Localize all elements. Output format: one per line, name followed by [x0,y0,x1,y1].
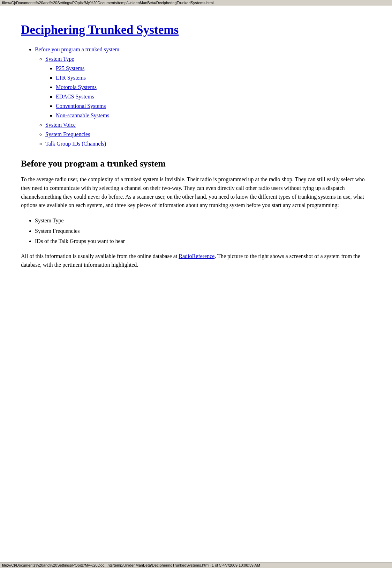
table-of-contents: Before you program a trunked system Syst… [28,45,371,148]
list-item: Motorola Systems [56,83,371,91]
key-items-list: System Type System Frequencies IDs of th… [35,216,371,246]
radioreference-link[interactable]: RadioReference [179,253,214,259]
section-paragraph-2: All of this information is usually avail… [21,252,371,270]
list-item: Talk Group IDs (Channels) [45,140,371,148]
list-item: Conventional Systems [56,102,371,110]
toc-link-before[interactable]: Before you program a trunked system [35,46,119,52]
toc-link-conventional[interactable]: Conventional Systems [56,103,106,109]
toc-link-p25[interactable]: P25 Systems [56,65,84,71]
toc-level1: Before you program a trunked system Syst… [35,45,371,148]
list-item: P25 Systems [56,64,371,73]
toc-link-talkgroups[interactable]: Talk Group IDs (Channels) [45,141,106,147]
toc-link-frequencies[interactable]: System Frequencies [45,131,90,137]
paragraph2-prefix: All of this information is usually avail… [21,253,179,259]
section-before: Before you program a trunked system To t… [21,158,371,270]
toc-link-systemtype[interactable]: System Type [45,56,74,62]
list-item: System Voice [45,121,371,129]
toc-level2: System Type P25 Systems LTR Systems Moto… [45,55,371,148]
list-item: System Type [35,216,371,225]
list-item: System Frequencies [45,130,371,139]
section-heading-before: Before you program a trunked system [21,158,371,169]
list-item: Non-scannable Systems [56,111,371,120]
content-area: Deciphering Trunked Systems Before you p… [0,6,392,297]
toc-level3: P25 Systems LTR Systems Motorola Systems… [56,64,371,120]
list-item: LTR Systems [56,74,371,82]
toc-link-nonscannable[interactable]: Non-scannable Systems [56,112,109,118]
status-bar-text: file:///C|/Documents%20and%20Settings/PO… [2,563,260,567]
list-item: System Frequencies [35,227,371,236]
list-item: Before you program a trunked system Syst… [35,45,371,148]
browser-status-bar: file:///C|/Documents%20and%20Settings/PO… [0,562,392,568]
list-item: IDs of the Talk Groups you want to hear [35,237,371,246]
page-title: Deciphering Trunked Systems [21,23,371,37]
toc-link-systemvoice[interactable]: System Voice [45,122,76,128]
toc-link-ltr[interactable]: LTR Systems [56,75,86,81]
toc-link-edacs[interactable]: EDACS Systems [56,94,94,99]
toc-link-motorola[interactable]: Motorola Systems [56,84,97,90]
title-bar-text: file:///C|/Documents%20and%20Settings/PO… [2,1,214,5]
page-title-link[interactable]: Deciphering Trunked Systems [21,23,179,37]
section-paragraph-1: To the average radio user, the complexit… [21,175,371,210]
list-item: System Type P25 Systems LTR Systems Moto… [45,55,371,120]
list-item: EDACS Systems [56,93,371,101]
browser-title-bar: file:///C|/Documents%20and%20Settings/PO… [0,0,392,6]
